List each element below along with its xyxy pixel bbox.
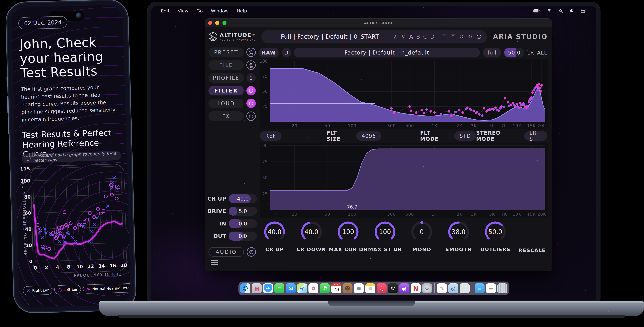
slider-drive[interactable]: 5.0 (229, 207, 257, 216)
preset-slot-d[interactable]: D (430, 34, 434, 40)
all-toggle[interactable]: ALL (537, 50, 547, 56)
dock-icon-mail[interactable]: ✉ (286, 283, 296, 293)
power-icon[interactable] (476, 34, 482, 39)
preset-slot-a[interactable]: A (409, 34, 413, 40)
ref-button[interactable]: REF (260, 131, 282, 141)
dock-icon-trash[interactable] (497, 283, 507, 293)
dock-icon-finder[interactable]: ☺ (240, 283, 250, 293)
preset-prev-icon[interactable]: ∧ (394, 34, 397, 40)
control-center-icon[interactable] (581, 9, 586, 13)
menu-item-view[interactable]: View (178, 8, 188, 14)
svg-text:20K: 20K (538, 212, 546, 217)
paste-icon[interactable] (451, 34, 455, 39)
star-decoration (423, 7, 424, 8)
sidebar-item-preset[interactable]: PRESET (208, 48, 244, 57)
slider-in[interactable]: 0.0 (229, 219, 257, 228)
dock-icon-contacts[interactable]: ☻ (342, 283, 352, 293)
dock-icon-tv[interactable]: tv (388, 283, 398, 293)
mix-value[interactable]: 50.0 (504, 48, 524, 58)
menu-bar: EditViewGoWindowHelp (151, 6, 596, 16)
menu-hamburger-icon[interactable] (210, 260, 218, 266)
menu-item-help[interactable]: Help (237, 8, 247, 14)
slider-label: OUT (206, 233, 226, 239)
undo-icon[interactable]: ↺ (459, 34, 464, 40)
knob-mono[interactable]: 0MONO (407, 219, 436, 260)
sidebar-item-fx[interactable]: FX (208, 111, 244, 121)
knob-max-st-db[interactable]: 100MAX ST DB (370, 219, 400, 260)
redo-icon[interactable]: ↻ (468, 34, 472, 40)
power-icon[interactable] (246, 112, 256, 121)
flt-size-value[interactable]: 4096 (356, 131, 381, 141)
dock-icon-textedit[interactable]: ✎ (437, 283, 447, 293)
svg-text:75: 75 (262, 159, 268, 164)
menu-items: EditViewGoWindowHelp (161, 8, 247, 14)
filter-response-chart[interactable]: 25507510020501003005001K2K3K5K7K10K15K20… (260, 59, 548, 129)
full-button[interactable]: full (483, 48, 501, 58)
search-icon[interactable] (559, 9, 563, 13)
knob-smooth[interactable]: 38.0SMOOTH (444, 219, 473, 260)
knob-cr-up[interactable]: 40.0CR UP (260, 219, 289, 260)
menu-item-edit[interactable]: Edit (161, 8, 170, 14)
dock-icon-facetime[interactable]: ✆ (320, 283, 330, 293)
phone-action-button[interactable] (6, 77, 8, 87)
sidebar-item-filter[interactable]: FILTER (208, 86, 244, 96)
dock-icon-podcasts[interactable]: ◉ (399, 283, 409, 293)
correction-curve-chart[interactable]: 25507510020501003005001K2K3K5K7K10K15K20… (260, 143, 548, 217)
dock-icon-messages[interactable]: ❝ (274, 283, 284, 293)
slider-cr-up[interactable]: 40.0 (229, 194, 257, 203)
dock-icon-document[interactable]: ▤ (486, 283, 496, 293)
focus-moon-icon[interactable] (570, 9, 574, 13)
star-decoration (554, 34, 554, 34)
dock-icon-calendar[interactable]: FEB28 (331, 283, 341, 293)
sidebar-item-loud[interactable]: LOUD (208, 99, 244, 108)
profile-count-badge[interactable]: 1 (246, 73, 256, 83)
sidebar-item-profile[interactable]: PROFILE (208, 73, 244, 83)
phone-volume-up-button[interactable] (7, 96, 9, 113)
phone-volume-down-button[interactable] (8, 117, 9, 134)
knob-rescale[interactable]: RESCALE (518, 219, 547, 260)
knob-max-cor-db[interactable]: 100MAX COR DB (333, 219, 363, 260)
dock-icon-blank-app[interactable] (460, 283, 470, 293)
dock-icon-downloads-folder[interactable]: ▰ (474, 283, 484, 293)
dock-icon-news[interactable]: N (411, 283, 420, 293)
preset-slot-b[interactable]: B (416, 34, 420, 40)
flt-mode-value[interactable]: STD (454, 131, 476, 141)
dock-icon-settings[interactable]: ⚙ (422, 283, 432, 293)
wifi-icon[interactable] (547, 9, 552, 13)
raw-button[interactable]: RAW (259, 48, 279, 58)
dock-icon-safari[interactable]: ✈ (263, 283, 273, 293)
filter-settings-row: REF FLT SIZE 4096 FLT MODE STD STEREO MO… (260, 131, 547, 141)
knob-cr-down[interactable]: 40.0CR DOWN (297, 219, 326, 260)
power-icon[interactable] (246, 99, 256, 108)
preset-path[interactable]: Full | Factory | Default | 0_START (266, 33, 394, 40)
menu-item-go[interactable]: Go (196, 8, 203, 14)
dock-icon-maps[interactable]: ➤ (297, 283, 307, 293)
copy-icon[interactable] (442, 34, 446, 39)
preset-slot-c[interactable]: C (423, 34, 427, 40)
knob-outliers[interactable]: 50.0OUTLIERS (480, 219, 510, 260)
star-decoration (275, 213, 276, 214)
battery-icon[interactable] (533, 9, 540, 13)
slider-out[interactable]: 0.0 (229, 231, 257, 241)
sidebar-item-file[interactable]: FILE (208, 60, 244, 70)
menu-item-window[interactable]: Window (211, 8, 228, 14)
stereo-mode-value[interactable]: LR-S (524, 131, 547, 141)
link-icon[interactable]: @ (246, 48, 256, 57)
audio-power-icon[interactable] (247, 247, 256, 257)
window-titlebar[interactable]: ARIA STUDIO (205, 19, 552, 27)
preset-bar[interactable]: Full | Factory | Default | 0_START ∧ ∨ A… (261, 30, 487, 43)
dock-icon-reminders[interactable]: ≡ (354, 283, 364, 293)
dock-icon-music[interactable]: ♫ (376, 283, 386, 293)
audiogram-chart[interactable]: 02040608010011502481012141620HEARING THR… (18, 162, 127, 274)
dock-icon-notes[interactable]: ≡ (365, 283, 375, 293)
profile-path[interactable]: Factory | Default | h_default (294, 48, 480, 58)
power-icon[interactable] (246, 86, 256, 95)
lr-toggle[interactable]: LR (527, 50, 534, 56)
dock-icon-photos[interactable]: ✿ (308, 283, 318, 293)
dock-icon-preview[interactable]: ◎ (448, 283, 458, 293)
preset-next-icon[interactable]: ∨ (401, 34, 405, 40)
link-icon[interactable]: @ (246, 60, 256, 70)
d-badge[interactable]: D (282, 48, 291, 58)
audio-button[interactable]: AUDIO (208, 247, 244, 257)
dock-icon-launchpad[interactable]: ▦ (252, 283, 262, 293)
